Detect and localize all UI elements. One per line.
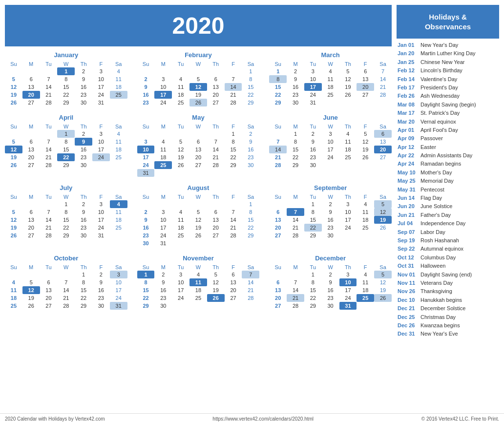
holiday-date: Jun 21 bbox=[398, 212, 418, 219]
calendar-day: 13 bbox=[374, 138, 392, 146]
calendar-day: 2 bbox=[322, 271, 339, 278]
calendar-day: 12 bbox=[5, 146, 22, 153]
holiday-name: Memorial Day bbox=[420, 177, 454, 185]
calendar-day: 12 bbox=[374, 278, 392, 286]
calendar-day: 5 bbox=[5, 138, 22, 146]
calendar-day: 2 bbox=[154, 271, 172, 278]
calendar-day: 18 bbox=[172, 91, 189, 99]
calendar-day bbox=[154, 169, 172, 177]
calendar-day: 27 bbox=[189, 161, 207, 169]
calendar-day: 3 bbox=[172, 271, 189, 278]
weekday-header: M bbox=[287, 123, 304, 130]
calendar-day: 19 bbox=[5, 153, 22, 161]
calendar-day: 27 bbox=[22, 232, 40, 239]
holiday-name: Valentine's Day bbox=[420, 76, 457, 83]
calendar-day: 1 bbox=[287, 130, 304, 138]
calendar-day: 28 bbox=[207, 161, 225, 169]
calendar-day: 29 bbox=[137, 302, 155, 310]
calendar-day: 30 bbox=[137, 239, 155, 247]
calendar-day: 1 bbox=[75, 271, 92, 278]
calendar-day bbox=[154, 130, 172, 138]
weekday-header: F bbox=[92, 264, 110, 271]
calendar-day bbox=[287, 271, 304, 278]
calendar-day: 25 bbox=[5, 302, 22, 310]
calendar-day bbox=[40, 67, 58, 75]
holiday-name: Kwanzaa begins bbox=[420, 322, 460, 329]
month-name: February bbox=[137, 51, 260, 59]
weekday-header: Su bbox=[269, 123, 287, 130]
calendar-day: 14 bbox=[269, 146, 287, 153]
calendar-day: 2 bbox=[92, 271, 110, 278]
calendar-day: 9 bbox=[75, 75, 92, 83]
calendar-day: 20 bbox=[22, 91, 40, 99]
weekday-header: Tu bbox=[40, 123, 58, 130]
calendar-day: 26 bbox=[5, 99, 22, 106]
calendars-grid: JanuarySuMTuWThFSa1234567891011121314151… bbox=[5, 51, 392, 310]
calendar-day: 4 bbox=[357, 200, 374, 208]
calendar-day: 31 bbox=[304, 99, 322, 106]
calendar-day: 30 bbox=[322, 232, 339, 239]
holiday-item: Jun 14Flag Day bbox=[397, 194, 499, 202]
calendar-day: 4 bbox=[154, 138, 172, 146]
weekday-header: M bbox=[154, 123, 172, 130]
calendar-day bbox=[269, 200, 287, 208]
calendar-day: 11 bbox=[172, 83, 189, 91]
calendar-day: 19 bbox=[5, 224, 22, 232]
weekday-header: W bbox=[189, 264, 207, 271]
calendar-day: 14 bbox=[225, 216, 242, 224]
calendar-day: 22 bbox=[57, 224, 75, 232]
calendar-day bbox=[374, 161, 392, 169]
calendar-day bbox=[189, 239, 207, 247]
month-block-december: DecemberSuMTuWThFSa123456789101112131415… bbox=[269, 254, 392, 310]
calendar-day bbox=[374, 99, 392, 106]
calendar-day bbox=[207, 302, 225, 310]
calendar-day: 15 bbox=[242, 216, 259, 224]
calendar-day: 9 bbox=[92, 278, 110, 286]
calendar-day: 23 bbox=[92, 294, 110, 302]
calendar-day: 8 bbox=[269, 75, 287, 83]
calendar-day: 11 bbox=[357, 278, 374, 286]
calendar-day: 16 bbox=[287, 83, 304, 91]
calendar-day: 20 bbox=[207, 91, 225, 99]
holiday-name: Columbus Day bbox=[420, 254, 456, 261]
weekday-header: W bbox=[57, 264, 75, 271]
weekday-header: Sa bbox=[242, 193, 259, 200]
calendar-day: 23 bbox=[322, 224, 339, 232]
holiday-item: Apr 09Passover bbox=[397, 134, 499, 143]
month-block-march: MarchSuMTuWThFSa123456789101112131415161… bbox=[269, 51, 392, 106]
calendar-day: 24 bbox=[92, 153, 110, 161]
calendar-day: 20 bbox=[225, 286, 242, 294]
calendar-day: 22 bbox=[269, 91, 287, 99]
calendar-day: 12 bbox=[5, 83, 22, 91]
calendar-day: 7 bbox=[287, 278, 304, 286]
holiday-date: Jan 20 bbox=[398, 50, 418, 57]
calendar-day: 29 bbox=[75, 302, 92, 310]
calendar-day: 8 bbox=[287, 138, 304, 146]
calendar-day bbox=[172, 302, 189, 310]
calendar-day bbox=[5, 200, 22, 208]
month-block-june: JuneSuMTuWThFSa1234567891011121314151617… bbox=[269, 114, 392, 177]
calendar-day bbox=[154, 200, 172, 208]
calendar-day: 1 bbox=[225, 130, 242, 138]
calendar-day: 24 bbox=[92, 224, 110, 232]
calendar-day bbox=[40, 130, 58, 138]
holiday-date: Dec 26 bbox=[398, 322, 418, 329]
calendar-day: 5 bbox=[207, 271, 225, 278]
calendar-day: 9 bbox=[137, 83, 155, 91]
calendar-day: 6 bbox=[207, 208, 225, 216]
holiday-name: Autumnal equinox bbox=[420, 245, 463, 253]
calendar-day: 2 bbox=[287, 67, 304, 75]
weekday-header: Tu bbox=[304, 123, 322, 130]
calendar-day: 29 bbox=[287, 161, 304, 169]
holiday-item: Mar 17St. Patrick's Day bbox=[397, 109, 499, 117]
calendar-day: 23 bbox=[154, 294, 172, 302]
calendar-day: 27 bbox=[207, 232, 225, 239]
calendar-day: 11 bbox=[322, 75, 339, 83]
calendar-day: 7 bbox=[57, 278, 75, 286]
calendar-day: 15 bbox=[304, 216, 322, 224]
holiday-item: Jun 20June Solstice bbox=[397, 202, 499, 211]
weekday-header: Th bbox=[339, 193, 357, 200]
holiday-name: December Solstice bbox=[420, 305, 465, 312]
weekday-header: Th bbox=[207, 193, 225, 200]
calendar-day: 21 bbox=[40, 153, 58, 161]
